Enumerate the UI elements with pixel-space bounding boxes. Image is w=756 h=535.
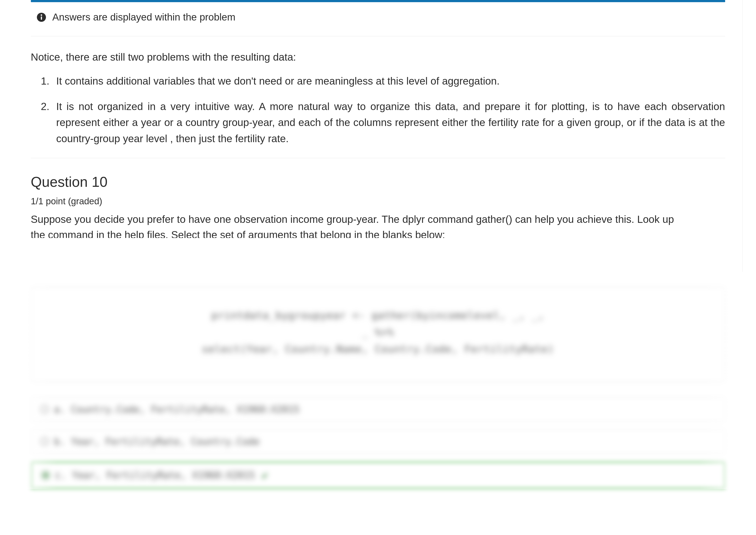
svg-point-2 — [41, 14, 42, 16]
option-label: b. Year, FertilityRate, Country.Code — [54, 436, 260, 447]
question-title: Question 10 — [31, 174, 725, 190]
page-root: Answers are displayed within the problem… — [0, 0, 756, 535]
answers-banner-text: Answers are displayed within the problem — [52, 11, 236, 23]
info-icon — [37, 12, 46, 22]
intro-list-item: It is not organized in a very intuitive … — [52, 99, 725, 147]
answer-option[interactable]: b. Year, FertilityRate, Country.Code — [31, 429, 725, 454]
section-divider — [31, 158, 725, 158]
check-icon: ✔ — [262, 469, 268, 481]
answer-option[interactable]: a. Country.Code, FertilityRate, X1960:X2… — [31, 397, 725, 422]
option-label: a. Country.Code, FertilityRate, X1960:X2… — [54, 404, 299, 415]
intro-lead: Notice, there are still two problems wit… — [31, 36, 725, 65]
intro-list: It contains additional variables that we… — [31, 73, 725, 147]
option-label: c. Year, FertilityRate, X1960:X2015 — [55, 470, 255, 481]
locked-content: printdata_bygroupyear <- gather(byincome… — [14, 272, 742, 489]
question-points: 1/1 point (graded) — [31, 196, 725, 207]
svg-rect-1 — [41, 16, 42, 20]
radio-icon — [41, 471, 49, 479]
code-line: _ %>% — [40, 324, 716, 341]
question-prompt-line1: Suppose you decide you prefer to have on… — [31, 211, 725, 227]
radio-icon — [40, 437, 48, 445]
content-column: Answers are displayed within the problem… — [14, 0, 742, 272]
answers-banner: Answers are displayed within the problem — [31, 10, 725, 36]
question-prompt-line2-clipped: the command in the help files. Select th… — [31, 227, 725, 238]
answer-option[interactable]: c. Year, FertilityRate, X1960:X2015 ✔ — [31, 462, 725, 489]
code-line: printdata_bygroupyear <- gather(byincome… — [40, 307, 716, 324]
banner-top-rule — [31, 0, 725, 2]
code-block: printdata_bygroupyear <- gather(byincome… — [31, 287, 725, 382]
code-line: select(Year, Country.Name, Country.Code,… — [40, 341, 716, 357]
question-prompt-line2: the command in the help files. Select th… — [31, 227, 725, 238]
radio-icon — [40, 405, 48, 413]
intro-list-item: It contains additional variables that we… — [52, 73, 725, 89]
